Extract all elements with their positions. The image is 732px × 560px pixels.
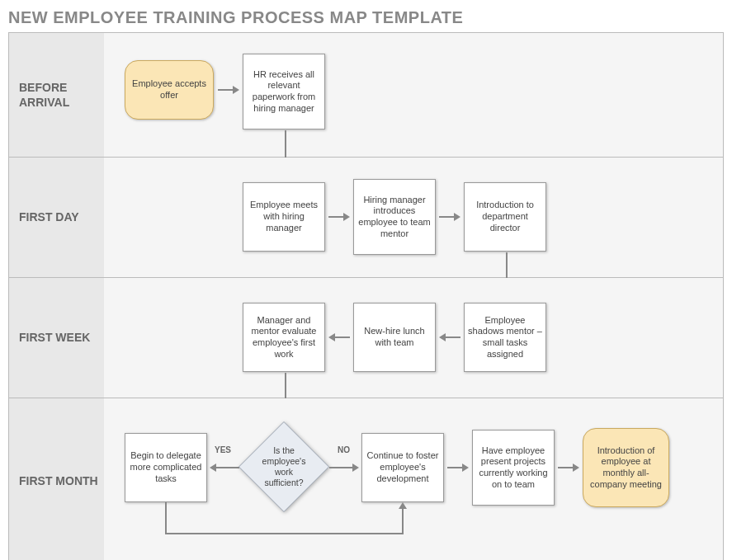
lane-label-week: FIRST WEEK — [9, 278, 104, 398]
node-meets-manager: Employee meets with hiring manager — [243, 182, 325, 252]
svg-marker-21 — [462, 464, 469, 472]
arrow-left-icon — [210, 459, 239, 476]
node-allhands: Introduction of employee at monthly all-… — [583, 428, 669, 507]
lane-first-month: FIRST MONTH Begin to delegate more compl… — [9, 398, 723, 560]
node-evaluate: Manager and mentor evaluate employee's f… — [243, 303, 325, 372]
svg-marker-24 — [399, 502, 407, 509]
node-foster: Continue to foster employee's developmen… — [361, 433, 444, 502]
lane-content-week: Employee shadows mentor – small tasks as… — [104, 278, 723, 398]
lane-first-week: FIRST WEEK Employee shadows mentor – sma… — [9, 278, 723, 398]
arrow-left-icon — [439, 329, 460, 346]
lane-content-day: Employee meets with hiring manager Hirin… — [104, 158, 723, 277]
loop-connector — [158, 502, 422, 555]
arrow-right-icon — [447, 459, 469, 476]
lane-label-day: FIRST DAY — [9, 158, 104, 277]
decision-label-yes: YES — [215, 445, 231, 454]
arrow-left-icon — [328, 329, 350, 346]
node-employee-accepts: Employee accepts offer — [125, 60, 214, 120]
arrow-right-icon — [439, 209, 460, 225]
arrow-right-icon — [328, 209, 350, 225]
svg-marker-19 — [352, 464, 359, 472]
lane-content-before: Employee accepts offer HR receives all r… — [104, 33, 723, 157]
node-lunch: New-hire lunch with team — [353, 303, 436, 372]
node-intro-director: Introduction to department director — [464, 182, 546, 252]
svg-marker-5 — [343, 213, 350, 221]
node-shadows: Employee shadows mentor – small tasks as… — [464, 303, 546, 372]
process-map: NEW EMPLOYEE TRAINING PROCESS MAP TEMPLA… — [8, 8, 724, 560]
lane-first-day: FIRST DAY Employee meets with hiring man… — [9, 158, 723, 278]
svg-marker-17 — [210, 464, 216, 472]
node-hr-paperwork: HR receives all relevant paperwork from … — [243, 54, 325, 129]
diagram-title: NEW EMPLOYEE TRAINING PROCESS MAP TEMPLA… — [8, 8, 724, 27]
lane-content-month: Begin to delegate more complicated tasks… — [104, 398, 723, 560]
node-intro-mentor: Hiring manager introduces employee to te… — [353, 179, 436, 255]
arrow-right-icon — [329, 459, 359, 476]
svg-marker-23 — [573, 464, 579, 472]
arrow-right-icon — [218, 82, 239, 98]
swimlanes: BEFORE ARRIVAL Employee accepts offer HR… — [8, 32, 724, 560]
lane-label-month: FIRST MONTH — [9, 398, 104, 560]
svg-marker-1 — [233, 86, 239, 94]
lane-before-arrival: BEFORE ARRIVAL Employee accepts offer HR… — [9, 33, 723, 158]
node-decision: Is the employee's work sufficient? — [238, 421, 329, 512]
lane-label-before: BEFORE ARRIVAL — [9, 33, 104, 157]
svg-marker-13 — [328, 333, 335, 341]
node-delegate: Begin to delegate more complicated tasks — [125, 433, 207, 502]
svg-marker-11 — [439, 333, 446, 341]
svg-marker-7 — [454, 213, 460, 221]
decision-text: Is the employee's work sufficient? — [239, 422, 328, 511]
node-present: Have employee present projects currently… — [472, 430, 555, 506]
decision-label-no: NO — [338, 445, 350, 454]
arrow-right-icon — [558, 459, 579, 476]
